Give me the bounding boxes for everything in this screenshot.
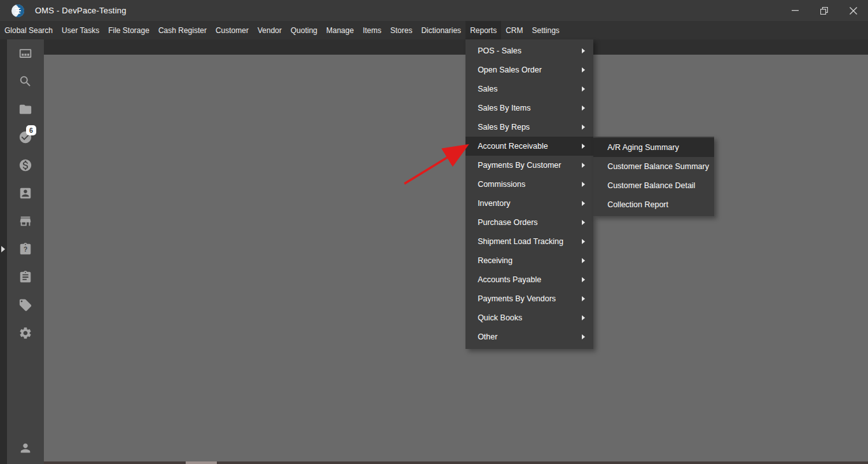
menu-item-open-sales-order[interactable]: Open Sales Order [465, 60, 593, 79]
menu-item-inventory[interactable]: Inventory [465, 194, 593, 213]
submenu-item-customer-balance-detail[interactable]: Customer Balance Detail [593, 176, 714, 195]
menubar-item-label: Manage [326, 26, 354, 35]
sidebar-item-payments[interactable] [7, 151, 44, 179]
app-shell: 6 ? [0, 39, 868, 464]
menu-item-label: Sales By Items [478, 104, 530, 113]
menu-item-commissions[interactable]: Commissions [465, 175, 593, 194]
menubar-item-dictionaries[interactable]: Dictionaries [417, 21, 465, 39]
sidebar: 6 ? [7, 39, 44, 464]
submenu-arrow-icon [582, 277, 585, 282]
menubar-item-reports[interactable]: Reports POS - Sales Open Sales Order Sal… [465, 21, 501, 39]
menu-item-payments-by-vendors[interactable]: Payments By Vendors [465, 289, 593, 308]
sidebar-item-quotes[interactable]: ? [7, 235, 44, 263]
close-button[interactable] [839, 0, 868, 21]
sidebar-item-dashboard[interactable] [7, 39, 44, 67]
collapsed-panel-strip [0, 39, 7, 464]
menu-item-purchase-orders[interactable]: Purchase Orders [465, 213, 593, 232]
panel-expander-arrow-icon[interactable] [1, 246, 5, 252]
sidebar-item-user[interactable] [7, 434, 44, 462]
scrollbar-thumb[interactable] [186, 461, 217, 464]
menubar-item-label: Quoting [291, 26, 317, 35]
menu-item-label: Accounts Payable [478, 275, 541, 284]
menu-item-accounts-payable[interactable]: Accounts Payable [465, 270, 593, 289]
sidebar-item-tasks[interactable]: 6 [7, 123, 44, 151]
menu-item-payments-by-customer[interactable]: Payments By Customer [465, 156, 593, 175]
tag-icon [18, 298, 32, 312]
orders-clipboard-icon [18, 270, 32, 284]
sidebar-item-tags[interactable] [7, 291, 44, 319]
menubar-item-manage[interactable]: Manage [322, 21, 358, 39]
menubar-item-label: Cash Register [158, 26, 207, 35]
submenu-arrow-icon [582, 125, 585, 130]
submenu-item-collection-report[interactable]: Collection Report [593, 195, 714, 214]
menubar-item-user-tasks[interactable]: User Tasks [57, 21, 104, 39]
menu-item-label: POS - Sales [478, 46, 521, 55]
menu-item-label: Open Sales Order [478, 65, 542, 74]
menubar-item-crm[interactable]: CRM [501, 21, 527, 39]
menubar-item-label: Customer [216, 26, 249, 35]
menubar-item-stores[interactable]: Stores [386, 21, 417, 39]
menu-item-label: Account Receivable [478, 142, 548, 151]
sidebar-item-search[interactable] [7, 67, 44, 95]
menubar-item-cash-register[interactable]: Cash Register [154, 21, 211, 39]
menu-item-sales-by-reps[interactable]: Sales By Reps [465, 118, 593, 137]
minimize-button[interactable] [780, 0, 809, 21]
app-logo-icon [11, 4, 24, 17]
submenu-arrow-icon [582, 315, 585, 320]
sidebar-item-stores[interactable] [7, 207, 44, 235]
payments-dollar-icon [18, 158, 32, 172]
menubar-item-vendor[interactable]: Vendor [253, 21, 286, 39]
menubar-item-label: Settings [532, 26, 559, 35]
folder-icon [18, 102, 32, 116]
menubar-item-label: Reports [470, 26, 497, 35]
menu-item-label: Payments By Vendors [478, 294, 556, 303]
menu-item-pos-sales[interactable]: POS - Sales [465, 41, 593, 60]
dashboard-table-icon [18, 46, 32, 60]
user-icon [18, 441, 32, 455]
menu-item-receiving[interactable]: Receiving [465, 251, 593, 270]
main-area [44, 39, 868, 464]
submenu-item-ar-aging-summary[interactable]: A/R Aging Summary [593, 138, 714, 157]
menu-item-label: Receiving [478, 256, 513, 265]
horizontal-scrollbar[interactable] [44, 461, 868, 464]
tasks-badge: 6 [26, 125, 36, 135]
menubar-item-settings[interactable]: Settings [527, 21, 563, 39]
menu-item-sales-by-items[interactable]: Sales By Items [465, 99, 593, 118]
sidebar-item-settings[interactable] [7, 319, 44, 347]
menubar-item-label: CRM [506, 26, 523, 35]
restore-button[interactable] [809, 0, 839, 21]
submenu-arrow-icon [582, 201, 585, 206]
menu-item-sales[interactable]: Sales [465, 79, 593, 99]
menubar-item-label: Dictionaries [421, 26, 461, 35]
menubar-item-global-search[interactable]: Global Search [0, 21, 57, 39]
titlebar: OMS - DevPace-Testing [0, 0, 868, 21]
app-window: OMS - DevPace-Testing Glo [0, 0, 868, 464]
menu-item-other[interactable]: Other [465, 327, 593, 346]
menubar-item-customer[interactable]: Customer [211, 21, 253, 39]
close-icon [850, 7, 857, 15]
submenu-arrow-icon [582, 86, 585, 92]
sidebar-item-orders[interactable] [7, 263, 44, 291]
window-controls [780, 0, 868, 21]
menu-item-account-receivable[interactable]: Account Receivable [465, 137, 593, 156]
store-icon [18, 214, 32, 228]
menubar-item-label: Global Search [4, 26, 53, 35]
submenu-item-label: Customer Balance Summary [607, 162, 709, 171]
menu-item-label: Other [478, 332, 497, 341]
menu-item-quick-books[interactable]: Quick Books [465, 308, 593, 327]
submenu-item-customer-balance-summary[interactable]: Customer Balance Summary [593, 157, 714, 176]
submenu-arrow-icon [582, 296, 585, 301]
menubar-item-items[interactable]: Items [358, 21, 385, 39]
submenu-item-label: Customer Balance Detail [607, 181, 695, 190]
submenu-arrow-icon [582, 182, 585, 187]
menubar-item-quoting[interactable]: Quoting [286, 21, 322, 39]
menu-item-shipment-load-tracking[interactable]: Shipment Load Tracking [465, 232, 593, 251]
menu-item-label: Sales By Reps [478, 123, 530, 132]
settings-gear-icon [18, 326, 32, 340]
menubar-item-file-storage[interactable]: File Storage [104, 21, 154, 39]
sidebar-item-customers[interactable] [7, 179, 44, 207]
customer-card-icon [18, 186, 32, 200]
submenu-arrow-icon [582, 67, 585, 72]
sidebar-item-files[interactable] [7, 95, 44, 123]
menubar: Global Search User Tasks File Storage Ca… [0, 21, 868, 39]
